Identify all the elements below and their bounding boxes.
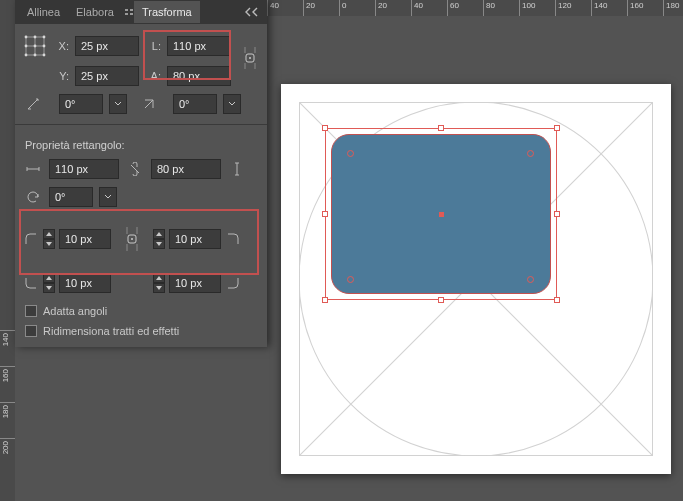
handle-tl[interactable] [322, 125, 328, 131]
input-shear[interactable] [173, 94, 217, 114]
rect-link-icon[interactable] [125, 159, 145, 179]
checkbox-adatta[interactable] [25, 305, 37, 317]
corner-tr-icon[interactable] [225, 231, 241, 247]
checkbox-ridim[interactable] [25, 325, 37, 337]
input-corner-bl[interactable] [59, 273, 111, 293]
tab-trasforma[interactable]: Trasforma [134, 1, 200, 23]
check-ridim-row[interactable]: Ridimensiona tratti ed effetti [15, 321, 267, 347]
input-x[interactable] [75, 36, 139, 56]
rect-height-icon [227, 159, 247, 179]
svg-point-11 [43, 54, 46, 57]
handle-ml[interactable] [322, 211, 328, 217]
spin-tr[interactable] [153, 229, 165, 249]
svg-point-10 [34, 54, 37, 57]
spin-tl[interactable] [43, 229, 55, 249]
link-corners-icon[interactable] [121, 215, 143, 263]
ruler-h-label: 160 [630, 1, 643, 10]
handle-mr[interactable] [554, 211, 560, 217]
ruler-h-label: 20 [306, 1, 315, 10]
input-width[interactable] [167, 36, 231, 56]
ruler-h-label: 0 [342, 1, 346, 10]
input-rotate[interactable] [59, 94, 103, 114]
svg-point-16 [131, 238, 133, 240]
reference-point-grid[interactable] [23, 34, 47, 58]
input-rect-rotate[interactable] [49, 187, 93, 207]
panel-tabs: Allinea Elabora Trasforma [15, 0, 267, 24]
corner-br-icon[interactable] [225, 275, 241, 291]
svg-point-6 [25, 45, 28, 48]
corner-anchor-br[interactable] [527, 276, 534, 283]
corner-anchor-bl[interactable] [347, 276, 354, 283]
ruler-corner [0, 0, 15, 16]
ruler-h-label: 100 [522, 1, 535, 10]
ruler-h-label: 140 [594, 1, 607, 10]
label-w: L: [145, 40, 161, 52]
svg-point-8 [43, 45, 46, 48]
label-adatta: Adatta angoli [43, 305, 107, 317]
artboard[interactable] [281, 84, 671, 474]
input-corner-br[interactable] [169, 273, 221, 293]
ruler-h-label: 120 [558, 1, 571, 10]
ruler-h-label: 40 [414, 1, 423, 10]
ruler-v-label: 180 [1, 405, 10, 418]
svg-point-9 [25, 54, 28, 57]
rect-rotate-icon [23, 187, 43, 207]
svg-point-7 [34, 45, 37, 48]
shear-icon [139, 94, 159, 114]
section-rectangle-props: Proprietà rettangolo: [15, 131, 267, 155]
rotate-dropdown[interactable] [109, 94, 127, 114]
input-rect-height[interactable] [151, 159, 221, 179]
handle-br[interactable] [554, 297, 560, 303]
selection-center[interactable] [439, 212, 444, 217]
tab-elabora[interactable]: Elabora [68, 1, 122, 23]
ruler-v-label: 160 [1, 369, 10, 382]
link-wh-icon[interactable] [239, 38, 261, 78]
corner-anchor-tr[interactable] [527, 150, 534, 157]
handle-tm[interactable] [438, 125, 444, 131]
ruler-h-label: 20 [378, 1, 387, 10]
ruler-h-label: 40 [270, 1, 279, 10]
handle-bm[interactable] [438, 297, 444, 303]
ruler-v-label: 200 [1, 441, 10, 454]
corner-bl-icon[interactable] [23, 275, 39, 291]
svg-point-4 [34, 36, 37, 39]
label-ridim: Ridimensiona tratti ed effetti [43, 325, 179, 337]
corner-tl-icon[interactable] [23, 231, 39, 247]
label-h: A: [145, 70, 161, 82]
tab-allinea[interactable]: Allinea [19, 1, 68, 23]
ruler-h-label: 60 [450, 1, 459, 10]
corner-anchor-tl[interactable] [347, 150, 354, 157]
ruler-vertical[interactable]: 140160180200 [0, 0, 15, 501]
label-y: Y: [53, 70, 69, 82]
transform-panel: Allinea Elabora Trasforma X: L: Y: [15, 0, 267, 347]
shear-dropdown[interactable] [223, 94, 241, 114]
ruler-h-label: 80 [486, 1, 495, 10]
panel-collapse[interactable] [241, 7, 263, 17]
rotate-icon [23, 94, 43, 114]
handle-tr[interactable] [554, 125, 560, 131]
svg-point-5 [43, 36, 46, 39]
label-x: X: [53, 40, 69, 52]
input-y[interactable] [75, 66, 139, 86]
check-adatta-row[interactable]: Adatta angoli [15, 301, 267, 321]
tab-options-icon [124, 7, 134, 17]
rect-rotate-dropdown[interactable] [99, 187, 117, 207]
input-corner-tl[interactable] [59, 229, 111, 249]
rect-width-icon [23, 159, 43, 179]
svg-point-3 [25, 36, 28, 39]
handle-bl[interactable] [322, 297, 328, 303]
input-height[interactable] [167, 66, 231, 86]
svg-line-14 [131, 165, 139, 173]
selection-box [325, 128, 557, 300]
input-rect-width[interactable] [49, 159, 119, 179]
spin-bl[interactable] [43, 273, 55, 293]
ruler-v-label: 140 [1, 333, 10, 346]
ruler-h-label: 180 [666, 1, 679, 10]
spin-br[interactable] [153, 273, 165, 293]
input-corner-tr[interactable] [169, 229, 221, 249]
svg-point-13 [249, 57, 251, 59]
